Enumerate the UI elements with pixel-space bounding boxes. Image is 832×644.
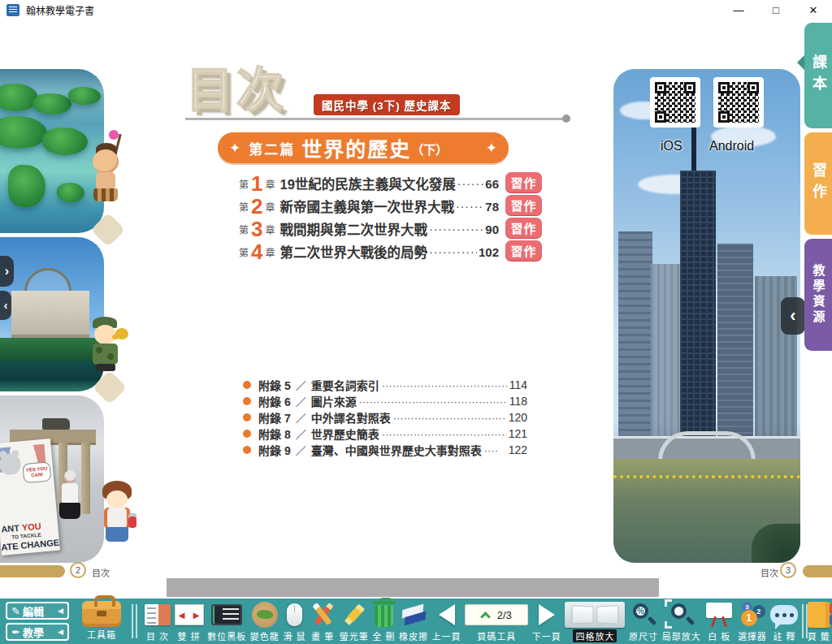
- tab-workbook[interactable]: 習作: [804, 132, 832, 235]
- page-number-tool[interactable]: 2/3 頁碼工具: [465, 600, 528, 642]
- divider-end-dot: [562, 115, 570, 123]
- highlighter-button[interactable]: 螢光筆: [340, 600, 369, 642]
- page-title: 目次: [186, 52, 287, 120]
- whiteboard-button[interactable]: 白 板: [704, 600, 734, 642]
- mouse-icon: [287, 603, 302, 626]
- photo-city-skyline: iOS Android: [613, 69, 800, 563]
- app-logo-icon: [6, 4, 20, 16]
- toc-chapter-2[interactable]: 第2章 新帝國主義與第一次世界大戰······78: [239, 195, 499, 218]
- magnifier-percent-icon: %: [631, 603, 656, 627]
- toc-chapter-1[interactable]: 第1章 19世紀的民族主義與文化發展······66: [239, 172, 499, 195]
- left-arrow-icon: [439, 604, 455, 625]
- toolbar: ✎ 編輯 ◀ ✒ 教學 ◀ 工具箱 目 次 ◀▶ 雙 拼 數位黑板 變色龍 滑: [0, 599, 832, 644]
- poster-speech-bubble: YES YOU CAN!: [22, 461, 51, 483]
- cartoon-soldier-character: [84, 317, 132, 374]
- photo-brandenburg-gate: YES YOU CAN! ANT YOU TO TACKLE ATE CHANG…: [0, 395, 104, 563]
- toc-appendix-8[interactable]: 附錄 8／ 世界歷史簡表····························…: [243, 426, 527, 442]
- minimize-button[interactable]: —: [720, 0, 757, 19]
- maximize-button[interactable]: □: [757, 0, 795, 19]
- pen-tool-button[interactable]: 畫 筆: [310, 600, 336, 642]
- workbook-badge-ch2[interactable]: 習作: [505, 195, 542, 215]
- chameleon-icon: [252, 602, 278, 628]
- cartoon-tribal-character: [84, 143, 130, 213]
- chameleon-button[interactable]: 變色龍: [250, 600, 280, 642]
- page-tab-button[interactable]: 頁 籤: [808, 600, 830, 642]
- microphone-icon: [128, 513, 136, 528]
- bullet-icon: [243, 446, 251, 454]
- toc-appendix-9[interactable]: 附錄 9／ 臺灣、中國與世界歷史大事對照表····122: [243, 442, 527, 458]
- left-panel-expand-button[interactable]: ›: [0, 256, 14, 287]
- footer-label-right: 目次: [760, 566, 778, 579]
- footer-label-left: 目次: [92, 566, 110, 579]
- bullet-icon: [243, 413, 251, 421]
- page-number-input[interactable]: 2/3: [465, 604, 528, 625]
- page-indicator-value: 2/3: [497, 609, 512, 621]
- dual-page-button[interactable]: ◀▶ 雙 拼: [175, 600, 204, 642]
- annotation-button[interactable]: 註 釋: [770, 600, 798, 642]
- open-book-icon: [565, 602, 625, 628]
- toolbox-button[interactable]: 工具箱: [78, 601, 125, 642]
- selector-button[interactable]: 321 選擇器: [738, 600, 767, 642]
- chevron-up-icon: [480, 612, 491, 622]
- qr-code-ios: [650, 77, 700, 128]
- cartoon-reporter-character: [98, 481, 143, 549]
- teach-mode-button[interactable]: ✒ 教學 ◀: [6, 623, 69, 641]
- workbook-badge-ch1[interactable]: 習作: [505, 172, 542, 192]
- edit-mode-button[interactable]: ✎ 編輯 ◀: [6, 602, 69, 620]
- crossed-pencils-icon: [310, 603, 336, 627]
- trash-icon: [375, 605, 393, 627]
- delete-all-button[interactable]: 全 刪: [372, 600, 395, 642]
- left-panel-collapse-button[interactable]: ‹: [0, 291, 11, 320]
- prev-page-button[interactable]: 上一頁: [432, 600, 462, 642]
- next-page-button[interactable]: 下一頁: [532, 600, 561, 642]
- workbook-badge-ch3[interactable]: 習作: [505, 218, 542, 238]
- highlighter-icon: [342, 603, 366, 627]
- eraser-button[interactable]: 橡皮擦: [399, 600, 428, 642]
- toc-appendix-5[interactable]: 附錄 5／ 重要名詞索引····························…: [243, 377, 527, 393]
- close-button[interactable]: ✕: [795, 0, 832, 19]
- toc-chapter-3[interactable]: 第3章 戰間期與第二次世界大戰·············90: [239, 218, 499, 240]
- toc-icon: [145, 604, 171, 625]
- magnifier-region-icon: [670, 603, 694, 627]
- tab-textbook[interactable]: 課本: [804, 23, 832, 128]
- toc-appendix-7[interactable]: 附錄 7／ 中外譯名對照表···························…: [243, 409, 527, 426]
- qr-ios-label: iOS: [661, 139, 682, 153]
- horizontal-scrollbar[interactable]: [167, 578, 659, 597]
- footer-pill-left: [0, 565, 65, 577]
- digital-blackboard-button[interactable]: 數位黑板: [207, 600, 246, 642]
- right-arrow-icon: [539, 604, 555, 625]
- toc-appendix-6[interactable]: 附錄 6／ 圖片來源······························…: [243, 393, 527, 409]
- bullet-icon: [243, 397, 251, 405]
- footer-pill-right: [803, 565, 832, 577]
- qr-code-android: [713, 77, 764, 128]
- blackboard-icon: [211, 604, 242, 625]
- tab-teaching-resources[interactable]: 教學資源: [804, 239, 832, 351]
- collapse-arrow-icon: ◀: [58, 607, 63, 615]
- numbered-selector-icon: 321: [739, 602, 765, 628]
- qr-android-label: Android: [709, 139, 754, 153]
- section-banner: ✦ 第二篇 世界的歷史 （下） ✦: [218, 132, 509, 163]
- tabbed-notebook-icon: [808, 602, 830, 628]
- pencil-icon: ✎: [11, 605, 20, 617]
- partial-zoom-button[interactable]: 局部放大: [662, 600, 701, 642]
- toc-chapter-4[interactable]: 第4章 第二次世界大戰後的局勢···········102: [239, 240, 499, 263]
- original-size-button[interactable]: % 原尺寸: [629, 600, 658, 642]
- pen-icon: ✒: [11, 626, 20, 638]
- right-panel-nav-button[interactable]: ‹: [781, 297, 805, 335]
- toolbar-separator: [802, 600, 804, 642]
- bullet-icon: [243, 381, 251, 389]
- collapse-arrow-icon: ◀: [58, 628, 63, 636]
- title-divider: [185, 118, 566, 120]
- toc-button[interactable]: 目 次: [145, 600, 171, 642]
- star-icon: ✦: [486, 140, 497, 157]
- footer-page-number-right: 3: [780, 562, 796, 578]
- protester-person: [64, 470, 76, 483]
- speech-bubble-icon: [770, 605, 798, 625]
- window-title: 翰林教學電子書: [26, 3, 94, 17]
- climate-poster: YES YOU CAN! ANT YOU TO TACKLE ATE CHANG…: [0, 439, 60, 555]
- workbook-badge-ch4[interactable]: 習作: [505, 240, 542, 261]
- whiteboard-icon: [704, 603, 734, 627]
- quad-zoom-button-selected[interactable]: 四格放大: [565, 600, 625, 642]
- edition-badge: 國民中學 (3下) 歷史課本: [314, 94, 460, 115]
- mouse-button[interactable]: 滑 鼠: [283, 600, 306, 642]
